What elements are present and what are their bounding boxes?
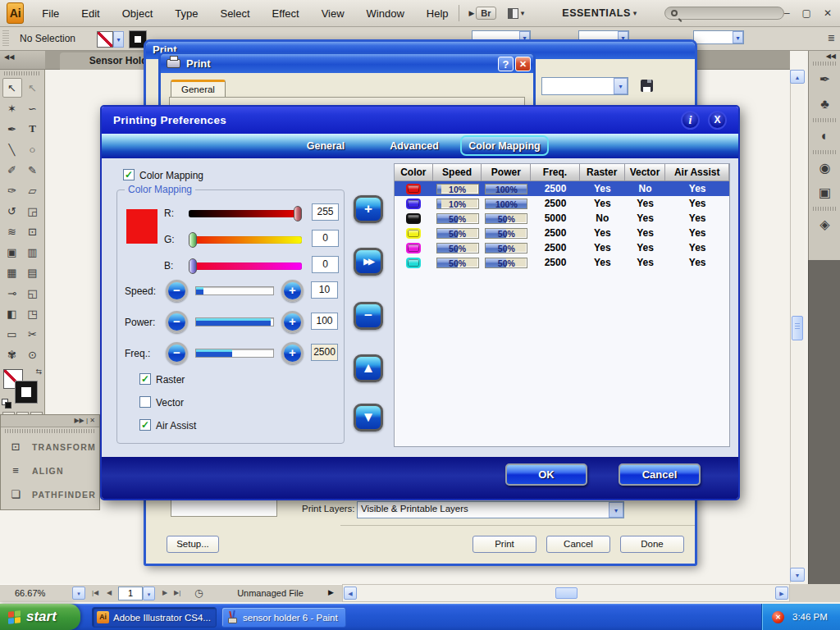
paintbrush-tool[interactable]: ✐ [2, 160, 22, 180]
line-segment-tool[interactable]: ╲ [2, 139, 22, 159]
eyedropper-tool[interactable]: ⊸ [2, 283, 22, 303]
panel-list-icon[interactable]: ≣ [828, 33, 835, 43]
rotate-tool[interactable]: ↺ [2, 201, 22, 221]
table-row[interactable]: 50%50%2500YesYesYes [395, 255, 729, 270]
type-tool[interactable]: T [23, 119, 43, 139]
lasso-tool[interactable]: ∽ [23, 98, 43, 118]
direct-selection-tool[interactable]: ↖ [23, 78, 43, 98]
move-up-button[interactable]: ▲ [354, 354, 383, 382]
menu-type[interactable]: Type [175, 7, 198, 20]
increase-button[interactable]: + [281, 280, 304, 302]
menu-file[interactable]: File [42, 7, 59, 20]
page-dropdown-button[interactable]: ▾ [143, 587, 155, 600]
magic-wand-tool[interactable]: ✶ [2, 98, 22, 118]
done-button[interactable]: Done [620, 536, 684, 553]
column-header[interactable]: Speed [433, 164, 482, 181]
tab-general[interactable]: General [281, 137, 371, 155]
scroll-up-button[interactable]: ▲ [790, 70, 805, 84]
menu-select[interactable]: Select [220, 7, 249, 20]
fill-color-control[interactable]: ▾ [97, 31, 124, 48]
menu-effect[interactable]: Effect [272, 7, 299, 20]
symbol-sprayer-tool[interactable]: ▣ [2, 242, 22, 262]
remove-color-button[interactable]: − [354, 302, 383, 330]
arrange-documents-icon[interactable] [508, 8, 518, 19]
panel-grip[interactable] [4, 71, 40, 75]
param-value-input[interactable]: 10 [311, 281, 338, 299]
blob-brush-tool[interactable]: ✑ [2, 180, 22, 200]
panel-grip[interactable] [2, 30, 9, 48]
help-button[interactable]: ? [498, 57, 514, 71]
setup-button[interactable]: Setup... [167, 536, 219, 553]
ellipse-tool[interactable]: ○ [23, 139, 43, 159]
hand-tool[interactable]: ✾ [2, 345, 22, 364]
column-header[interactable]: Air Assist [665, 164, 729, 181]
close-button[interactable]: ✕ [515, 57, 531, 71]
menu-view[interactable]: View [322, 7, 345, 20]
blend-tool[interactable]: ◱ [23, 283, 43, 303]
clock[interactable]: 3:46 PM [792, 612, 828, 622]
graphic-styles-panel-icon[interactable]: ▣ [809, 180, 840, 205]
tray-notification-icon[interactable]: ✕ [772, 611, 784, 623]
close-button[interactable]: X [708, 111, 727, 130]
close-button[interactable]: ✕ [824, 7, 832, 19]
print-layers-select[interactable]: Visible & Printable Layers ▾ [357, 501, 624, 518]
increase-button[interactable]: + [281, 311, 304, 333]
search-input[interactable] [664, 7, 784, 20]
table-row[interactable]: 50%50%5000NoYesYes [395, 211, 729, 226]
live-paint-bucket-tool[interactable]: ◧ [2, 304, 22, 323]
status-menu-arrow[interactable]: ▶ [328, 588, 334, 596]
selection-tool[interactable]: ↖ [2, 78, 22, 98]
slider-handle[interactable] [189, 232, 197, 248]
live-paint-selection-tool[interactable]: ◳ [23, 304, 43, 323]
decrease-button[interactable]: − [166, 311, 188, 333]
color-guide-panel-icon[interactable]: ◐ [809, 124, 840, 148]
taskbar-task[interactable]: AiAdobe Illustrator CS4... [92, 607, 217, 628]
menu-help[interactable]: Help [427, 7, 449, 20]
tab-general[interactable]: General [171, 80, 226, 97]
start-button[interactable]: start [0, 604, 80, 630]
rgb-value-input[interactable]: 255 [312, 203, 339, 221]
default-stroke-icon[interactable] [5, 402, 11, 409]
increase-button[interactable]: + [281, 342, 304, 364]
decrease-button[interactable]: − [166, 342, 188, 364]
add-color-button[interactable]: + [354, 195, 383, 223]
vector-checkbox[interactable] [139, 396, 151, 408]
taskbar-task[interactable]: sensor holder 6 - Paint [221, 607, 346, 628]
scroll-down-button[interactable]: ▼ [790, 568, 805, 582]
column-header[interactable]: Vector [625, 164, 666, 181]
control-combo[interactable]: ▾ [693, 30, 744, 44]
pathfinder-panel[interactable]: ❏PATHFINDER [1, 482, 99, 506]
mesh-tool[interactable]: ▦ [2, 262, 22, 282]
artboard-tool[interactable]: ▭ [2, 324, 22, 344]
file-status[interactable]: Unmanaged File [215, 588, 326, 598]
horizontal-scrollbar[interactable]: ◀ ▶ [342, 584, 790, 602]
raster-checkbox[interactable]: ✓ [139, 373, 151, 385]
cancel-button[interactable]: Cancel [619, 463, 701, 486]
swap-fill-stroke-icon[interactable]: ⇆ [35, 368, 42, 376]
scroll-left-button[interactable]: ◀ [344, 587, 357, 600]
horizontal-scroll-thumb[interactable] [555, 587, 578, 599]
table-row[interactable]: 10%100%2500YesNoYes [395, 181, 729, 196]
menu-object[interactable]: Object [122, 7, 153, 20]
preferences-titlebar[interactable]: Printing Preferences i X [102, 107, 738, 134]
tab-color-mapping[interactable]: Color Mapping [460, 135, 549, 156]
eraser-tool[interactable]: ▱ [23, 180, 43, 200]
driver-print-titlebar[interactable]: Print ? ✕ [161, 54, 533, 73]
rgb-slider-r[interactable] [189, 210, 302, 217]
transform-panel[interactable]: ⊡TRANSFORM [1, 435, 99, 459]
vertical-scroll-thumb[interactable] [792, 316, 803, 340]
info-button[interactable]: i [681, 111, 700, 130]
appearance-panel-icon[interactable]: ◉ [809, 156, 840, 180]
layers-panel-icon[interactable]: ◈ [809, 212, 840, 237]
column-header[interactable]: Power [482, 164, 531, 181]
table-row[interactable]: 50%50%2500YesYesYes [395, 240, 729, 255]
print-preset-combo[interactable]: ▾ [541, 77, 628, 95]
brushes-panel-icon[interactable]: ✒ [809, 67, 840, 92]
free-transform-tool[interactable]: ⊡ [23, 221, 43, 241]
dock-collapse[interactable]: ◀◀ [809, 51, 840, 60]
rgb-value-input[interactable]: 0 [312, 230, 339, 247]
menu-window[interactable]: Window [367, 7, 404, 20]
pen-tool[interactable]: ✒ [2, 119, 22, 139]
slider-handle[interactable] [189, 258, 197, 274]
rgb-slider-b[interactable] [189, 262, 302, 270]
